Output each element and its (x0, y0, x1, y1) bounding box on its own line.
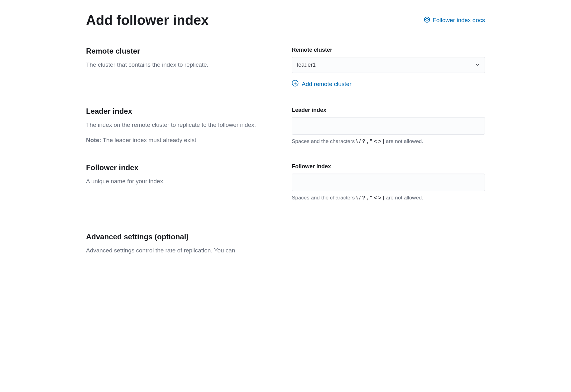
remote-cluster-field-label: Remote cluster (292, 47, 485, 53)
follower-index-help: Spaces and the characters \ / ? , " < > … (292, 195, 485, 201)
add-remote-cluster-label: Add remote cluster (302, 81, 351, 88)
docs-link-label: Follower index docs (433, 17, 485, 24)
follower-index-help-prefix: Spaces and the characters (292, 195, 356, 201)
leader-index-field-label: Leader index (292, 107, 485, 113)
remote-cluster-select[interactable]: leader1 (292, 57, 485, 73)
leader-index-note: Note: The leader index must already exis… (86, 136, 279, 145)
leader-index-help: Spaces and the characters \ / ? , " < > … (292, 138, 485, 145)
leader-index-heading: Leader index (86, 107, 279, 116)
leader-index-input[interactable] (292, 117, 485, 135)
svg-point-1 (426, 18, 428, 21)
leader-index-note-text: The leader index must already exist. (101, 137, 198, 143)
section-divider (86, 220, 485, 220)
follower-index-heading: Follower index (86, 163, 279, 172)
remote-cluster-description: The cluster that contains the index to r… (86, 60, 279, 69)
leader-index-help-chars: \ / ? , " < > | (356, 138, 384, 144)
advanced-settings-heading: Advanced settings (optional) (86, 232, 485, 241)
plus-circle-icon (292, 80, 299, 88)
add-remote-cluster-link[interactable]: Add remote cluster (292, 80, 485, 88)
remote-cluster-heading: Remote cluster (86, 47, 279, 55)
leader-index-note-label: Note: (86, 137, 101, 143)
page-title: Add follower index (86, 12, 209, 28)
leader-index-help-suffix: are not allowed. (384, 138, 423, 144)
help-icon (424, 17, 430, 24)
follower-index-field-label: Follower index (292, 163, 485, 170)
leader-index-description: The index on the remote cluster to repli… (86, 121, 279, 130)
follower-index-help-suffix: are not allowed. (384, 195, 423, 201)
follower-index-input[interactable] (292, 174, 485, 191)
docs-link[interactable]: Follower index docs (424, 17, 485, 24)
follower-index-help-chars: \ / ? , " < > | (356, 195, 384, 201)
advanced-settings-description: Advanced settings control the rate of re… (86, 246, 485, 255)
leader-index-help-prefix: Spaces and the characters (292, 138, 356, 144)
follower-index-description: A unique name for your index. (86, 177, 279, 186)
